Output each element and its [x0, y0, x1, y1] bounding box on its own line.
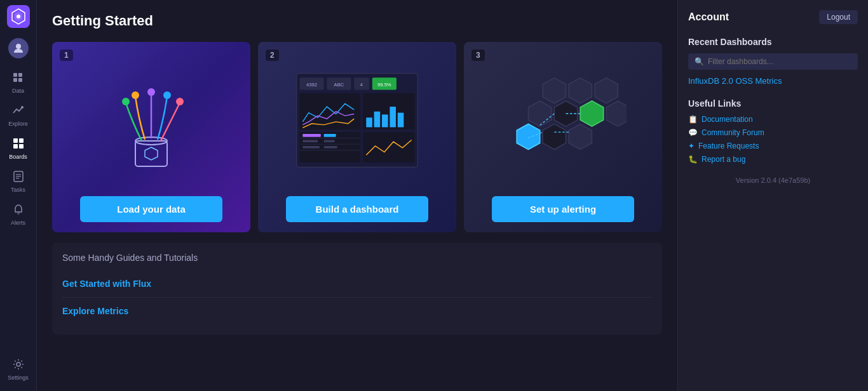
- right-panel: Account Logout Recent Dashboards 🔍 Influ…: [677, 0, 868, 391]
- account-header: Account Logout: [688, 10, 858, 24]
- sidebar-item-boards-label: Boards: [9, 154, 27, 160]
- sidebar-item-explore-label: Explore: [8, 121, 28, 127]
- documentation-icon: 📋: [688, 115, 698, 124]
- svg-marker-58: [528, 101, 551, 126]
- user-avatar[interactable]: [8, 38, 29, 58]
- svg-marker-57: [595, 78, 618, 103]
- sidebar-item-boards[interactable]: Boards: [0, 132, 36, 165]
- svg-text:ABC: ABC: [334, 82, 344, 88]
- report-bug-icon: 🐛: [688, 155, 698, 164]
- svg-rect-6: [18, 73, 22, 77]
- link-report-bug[interactable]: 🐛 Report a bug: [688, 155, 858, 164]
- guides-section: Some Handy Guides and Tutorials Get Star…: [52, 242, 662, 335]
- sidebar-item-tasks[interactable]: Tasks: [0, 165, 36, 198]
- account-title: Account: [688, 11, 729, 23]
- svg-rect-7: [13, 78, 17, 82]
- dashboard-search-box[interactable]: 🔍: [688, 53, 858, 70]
- card-2-illustration: 4392 ABC 4 99.5%: [268, 52, 446, 189]
- community-forum-icon: 💬: [688, 128, 698, 137]
- page-title: Getting Started: [52, 13, 662, 29]
- svg-marker-55: [543, 78, 566, 103]
- build-dashboard-button[interactable]: Build a dashboard: [286, 196, 428, 222]
- svg-point-23: [122, 98, 130, 105]
- logout-button[interactable]: Logout: [819, 10, 858, 24]
- svg-rect-10: [13, 138, 18, 143]
- sidebar-item-settings[interactable]: Settings: [0, 353, 36, 386]
- app-logo[interactable]: [7, 5, 30, 30]
- svg-rect-42: [390, 107, 396, 127]
- svg-rect-53: [302, 146, 320, 149]
- svg-point-19: [17, 362, 20, 366]
- main-content: Getting Started 1: [37, 0, 677, 391]
- svg-rect-39: [366, 117, 372, 127]
- svg-point-26: [163, 91, 171, 99]
- card-build-dashboard: 2 4392 ABC 4 99.5%: [258, 42, 456, 232]
- card-3-badge: 3: [471, 50, 485, 61]
- community-forum-label: Community Forum: [702, 128, 764, 137]
- dashboard-link-influxdb[interactable]: InfluxDB 2.0 OSS Metrics: [688, 76, 858, 86]
- svg-point-25: [147, 88, 155, 96]
- sidebar-item-settings-label: Settings: [8, 374, 29, 381]
- useful-links-section: Useful Links 📋 Documentation 💬 Community…: [688, 98, 858, 164]
- recent-dashboards-title: Recent Dashboards: [688, 37, 858, 47]
- card-3-illustration: [474, 52, 652, 189]
- search-icon: 🔍: [695, 57, 704, 66]
- guide-item-metrics[interactable]: Explore Metrics: [62, 298, 652, 324]
- guide-flux-link[interactable]: Get Started with Flux: [62, 279, 151, 289]
- explore-icon: [12, 104, 25, 119]
- recent-dashboards-section: Recent Dashboards 🔍 InfluxDB 2.0 OSS Met…: [688, 37, 858, 86]
- svg-rect-49: [302, 134, 321, 137]
- guide-metrics-link[interactable]: Explore Metrics: [62, 306, 128, 316]
- svg-rect-12: [13, 144, 18, 149]
- account-section: Account Logout: [688, 10, 858, 24]
- link-documentation[interactable]: 📋 Documentation: [688, 115, 858, 124]
- sidebar: Data Explore Boards: [0, 0, 37, 391]
- sidebar-item-alerts-label: Alerts: [11, 220, 25, 226]
- svg-rect-37: [300, 93, 360, 129]
- svg-point-3: [17, 15, 20, 18]
- card-1-illustration: [62, 52, 240, 189]
- guide-item-flux[interactable]: Get Started with Flux: [62, 270, 652, 298]
- report-bug-label: Report a bug: [702, 155, 745, 164]
- svg-text:4392: 4392: [306, 82, 317, 88]
- getting-started-cards: 1: [52, 42, 662, 232]
- svg-point-27: [176, 98, 184, 105]
- svg-marker-22: [145, 147, 158, 160]
- setup-alerting-button[interactable]: Set up alerting: [492, 196, 634, 222]
- settings-icon: [12, 358, 25, 373]
- svg-marker-63: [543, 124, 566, 149]
- sidebar-item-data-label: Data: [12, 88, 24, 94]
- sidebar-item-data[interactable]: Data: [0, 66, 36, 99]
- card-1-badge: 1: [60, 50, 73, 61]
- guides-title: Some Handy Guides and Tutorials: [62, 253, 652, 263]
- svg-rect-51: [302, 140, 318, 142]
- svg-point-24: [132, 91, 139, 99]
- link-feature-requests[interactable]: ✦ Feature Requests: [688, 142, 858, 150]
- dashboard-search-input[interactable]: [708, 57, 851, 66]
- version-text: Version 2.0.4 (4e7a59b): [688, 176, 858, 184]
- svg-rect-40: [374, 112, 381, 128]
- svg-rect-54: [324, 146, 337, 149]
- svg-rect-43: [398, 113, 404, 128]
- alerts-icon: [12, 203, 25, 218]
- svg-point-4: [16, 44, 21, 49]
- link-community-forum[interactable]: 💬 Community Forum: [688, 128, 858, 137]
- card-load-data: 1: [52, 42, 250, 232]
- documentation-label: Documentation: [702, 115, 753, 124]
- sidebar-item-explore[interactable]: Explore: [0, 99, 36, 132]
- svg-marker-60: [580, 101, 603, 126]
- sidebar-item-alerts[interactable]: Alerts: [0, 198, 36, 231]
- boards-icon: [12, 137, 25, 152]
- sidebar-item-tasks-label: Tasks: [11, 187, 25, 193]
- svg-rect-5: [13, 73, 17, 77]
- useful-links-title: Useful Links: [688, 98, 858, 109]
- svg-marker-64: [569, 124, 592, 149]
- svg-rect-8: [18, 78, 22, 82]
- load-data-button[interactable]: Load your data: [80, 196, 222, 222]
- data-icon: [12, 71, 25, 86]
- svg-text:99.5%: 99.5%: [377, 82, 391, 88]
- svg-rect-41: [382, 114, 388, 127]
- svg-marker-61: [606, 101, 627, 126]
- svg-marker-62: [517, 124, 539, 149]
- svg-marker-56: [569, 78, 592, 103]
